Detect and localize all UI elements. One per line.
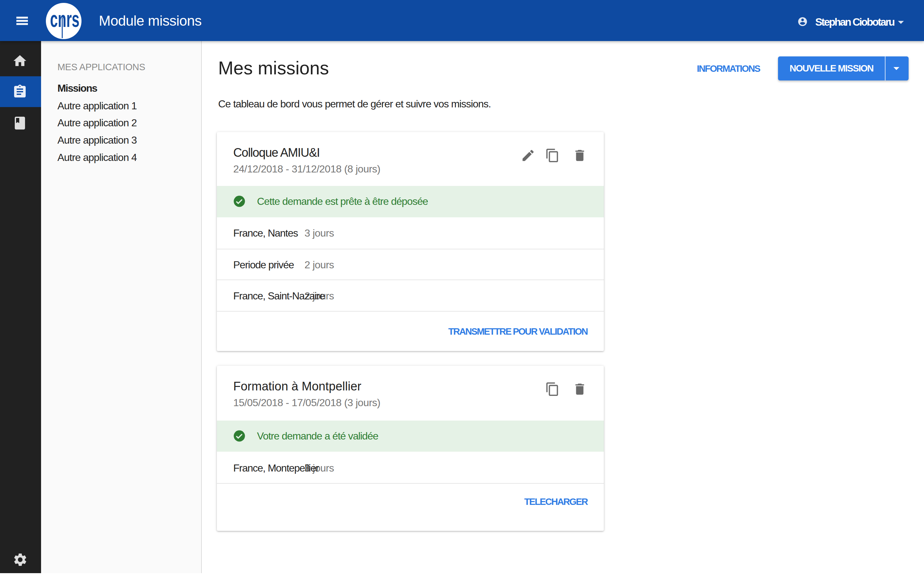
svg-text:cnrs: cnrs — [50, 6, 79, 31]
